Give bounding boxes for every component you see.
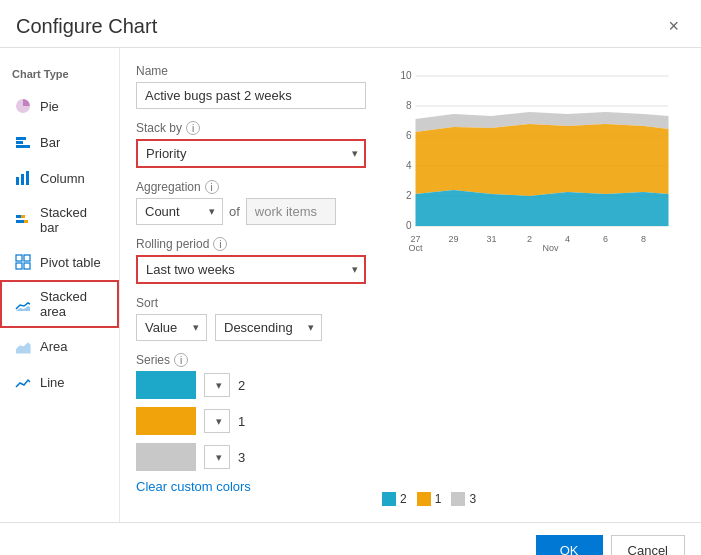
legend-label-2: 2 xyxy=(400,492,407,506)
stack-by-label: Stack by i xyxy=(136,121,366,135)
sort-row: Value Label ▾ Descending Ascending ▾ xyxy=(136,314,366,341)
stacked-area-icon xyxy=(14,295,32,313)
sort-by-select[interactable]: Value Label xyxy=(136,314,207,341)
svg-rect-4 xyxy=(21,174,24,185)
column-icon xyxy=(14,169,32,187)
rolling-period-field-group: Rolling period i Last two weeks Last mon… xyxy=(136,237,366,284)
stack-by-info-icon[interactable]: i xyxy=(186,121,200,135)
form-section: Name Stack by i Priority Severity Stat xyxy=(136,64,366,506)
configure-chart-dialog: Configure Chart × Chart Type Pie xyxy=(0,0,701,555)
aggregation-field-group: Aggregation i Count Sum Average ▾ of xyxy=(136,180,366,225)
svg-rect-6 xyxy=(16,215,21,218)
aggregation-label: Aggregation i xyxy=(136,180,366,194)
sidebar-item-pie-label: Pie xyxy=(40,99,59,114)
svg-rect-12 xyxy=(16,263,22,269)
series-2-color-swatch[interactable] xyxy=(136,407,196,435)
legend-swatch-2 xyxy=(382,492,396,506)
main-content: Name Stack by i Priority Severity Stat xyxy=(120,48,701,522)
sidebar-item-stacked-bar-label: Stacked bar xyxy=(40,205,105,235)
ok-button[interactable]: OK xyxy=(536,535,603,555)
stack-by-select[interactable]: Priority Severity State Assigned To xyxy=(136,139,366,168)
sidebar-section-label: Chart Type xyxy=(0,64,119,88)
sidebar-item-pivot-table[interactable]: Pivot table xyxy=(0,244,119,280)
legend-item-2: 2 xyxy=(382,492,407,506)
pivot-icon xyxy=(14,253,32,271)
series-row-3: ▾ 3 xyxy=(136,443,366,471)
sidebar-item-stacked-bar[interactable]: Stacked bar xyxy=(0,196,119,244)
sort-order-select[interactable]: Descending Ascending xyxy=(215,314,322,341)
svg-rect-13 xyxy=(24,263,30,269)
legend-swatch-1 xyxy=(417,492,431,506)
legend-item-1: 1 xyxy=(417,492,442,506)
legend-item-3: 3 xyxy=(451,492,476,506)
dialog-header: Configure Chart × xyxy=(0,0,701,48)
bar-icon xyxy=(14,133,32,151)
series-label: Series i xyxy=(136,353,366,367)
line-icon xyxy=(14,373,32,391)
sidebar-item-area-label: Area xyxy=(40,339,67,354)
svg-rect-5 xyxy=(26,171,29,185)
series-2-label: 1 xyxy=(238,414,258,429)
series-1-select[interactable] xyxy=(204,373,230,397)
cancel-button[interactable]: Cancel xyxy=(611,535,685,555)
series-info-icon[interactable]: i xyxy=(174,353,188,367)
aggregation-of-text: of xyxy=(229,204,240,219)
stack-by-field-group: Stack by i Priority Severity State Assig… xyxy=(136,121,366,168)
sidebar-item-line[interactable]: Line xyxy=(0,364,119,400)
svg-rect-11 xyxy=(24,255,30,261)
legend-swatch-3 xyxy=(451,492,465,506)
svg-text:10: 10 xyxy=(400,70,412,81)
rolling-period-select[interactable]: Last two weeks Last month Last quarter xyxy=(136,255,366,284)
svg-rect-1 xyxy=(16,141,23,144)
series-3-color-swatch[interactable] xyxy=(136,443,196,471)
aggregation-row: Count Sum Average ▾ of xyxy=(136,198,366,225)
sidebar-item-column[interactable]: Column xyxy=(0,160,119,196)
name-label: Name xyxy=(136,64,366,78)
series-1-select-wrapper: ▾ xyxy=(204,373,230,397)
sort-field-group: Sort Value Label ▾ Descending xyxy=(136,296,366,341)
sidebar-item-column-label: Column xyxy=(40,171,85,186)
sidebar-item-pie[interactable]: Pie xyxy=(0,88,119,124)
dialog-title: Configure Chart xyxy=(16,15,157,38)
dialog-body: Chart Type Pie xyxy=(0,48,701,522)
aggregation-count-wrapper: Count Sum Average ▾ xyxy=(136,198,223,225)
chart-type-sidebar: Chart Type Pie xyxy=(0,48,120,522)
svg-rect-10 xyxy=(16,255,22,261)
close-button[interactable]: × xyxy=(662,14,685,39)
aggregation-field-input xyxy=(246,198,336,225)
stack-by-select-wrapper: Priority Severity State Assigned To ▾ xyxy=(136,139,366,168)
series-row-2: ▾ 1 xyxy=(136,407,366,435)
sidebar-item-stacked-area[interactable]: Stacked area xyxy=(0,280,119,328)
sort-label: Sort xyxy=(136,296,366,310)
sidebar-item-stacked-area-label: Stacked area xyxy=(40,289,105,319)
svg-text:4: 4 xyxy=(565,234,570,244)
svg-rect-9 xyxy=(24,220,28,223)
rolling-period-info-icon[interactable]: i xyxy=(213,237,227,251)
svg-rect-8 xyxy=(16,220,24,223)
aggregation-count-select[interactable]: Count Sum Average xyxy=(136,198,223,225)
series-field-group: Series i ▾ 2 xyxy=(136,353,366,494)
clear-colors-link[interactable]: Clear custom colors xyxy=(136,479,251,494)
series-3-select-wrapper: ▾ xyxy=(204,445,230,469)
series-2-select[interactable] xyxy=(204,409,230,433)
rolling-period-select-wrapper: Last two weeks Last month Last quarter ▾ xyxy=(136,255,366,284)
chart-canvas: 10 8 6 4 2 0 xyxy=(382,64,685,484)
svg-text:4: 4 xyxy=(406,160,412,171)
svg-text:Oct: Oct xyxy=(408,243,423,253)
series-1-color-swatch[interactable] xyxy=(136,371,196,399)
svg-text:31: 31 xyxy=(486,234,496,244)
svg-text:6: 6 xyxy=(603,234,608,244)
sort-order-select-wrapper: Descending Ascending ▾ xyxy=(215,314,322,341)
name-input[interactable] xyxy=(136,82,366,109)
svg-rect-2 xyxy=(16,145,30,148)
pie-icon xyxy=(14,97,32,115)
sidebar-item-bar[interactable]: Bar xyxy=(0,124,119,160)
svg-text:6: 6 xyxy=(406,130,412,141)
sidebar-item-area[interactable]: Area xyxy=(0,328,119,364)
aggregation-info-icon[interactable]: i xyxy=(205,180,219,194)
svg-rect-7 xyxy=(21,215,25,218)
svg-text:2: 2 xyxy=(406,190,412,201)
svg-text:0: 0 xyxy=(406,220,412,231)
sidebar-item-bar-label: Bar xyxy=(40,135,60,150)
series-3-select[interactable] xyxy=(204,445,230,469)
